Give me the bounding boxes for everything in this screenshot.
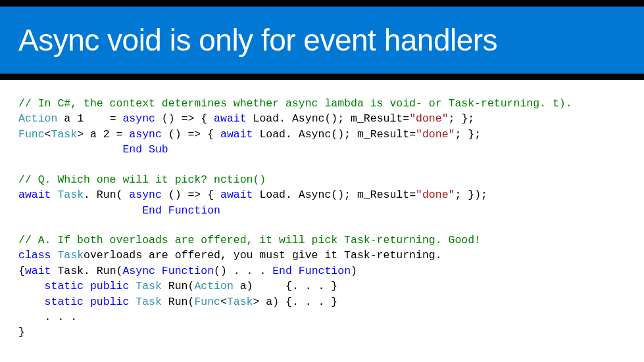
kw-async-u: Async (122, 265, 155, 277)
txt: < (45, 128, 51, 141)
kw-function: Function (162, 265, 214, 277)
kw-function: Function (299, 265, 351, 277)
kw-async: async (122, 112, 155, 125)
kw-end: End (122, 143, 142, 156)
txt: ; }; (455, 128, 481, 141)
type-action: Action (18, 112, 57, 125)
txt: ; }); (455, 189, 487, 201)
txt: () => { (155, 112, 214, 125)
kw-async: async (129, 128, 162, 141)
txt: Run( (162, 280, 195, 292)
kw-public: public (90, 296, 129, 308)
kw-end: End (272, 265, 292, 277)
kw-await: await (214, 112, 247, 125)
str-done: "done" (416, 128, 455, 141)
txt: ; }; (449, 112, 475, 125)
sp (142, 143, 149, 156)
sp (51, 249, 58, 261)
txt: > (253, 296, 260, 308)
txt: } (18, 326, 25, 338)
kw-await: await (220, 128, 253, 141)
txt: () => { (162, 128, 220, 141)
sp (292, 265, 299, 277)
type-action: Action (194, 280, 233, 292)
type-task: Task (51, 128, 78, 141)
txt: Load. Async(); m_Result= (253, 128, 416, 141)
kw-static: static (45, 280, 84, 292)
code-block-1: // In C#, the context determines whether… (18, 96, 626, 158)
txt: Load. Async(); m_Result= (253, 189, 416, 201)
kw-async: async (129, 189, 162, 201)
kw-await: await (18, 189, 51, 201)
txt: a) {. . . } (234, 280, 337, 292)
type-func: Func (18, 128, 45, 141)
sp (84, 280, 90, 292)
kw-class: class (18, 249, 51, 261)
kw-function: Function (168, 204, 220, 217)
kw-end: End (142, 204, 162, 217)
kw-static: static (45, 296, 84, 308)
pad (18, 143, 122, 156)
txt: Run( (162, 296, 195, 308)
code-block-3: // A. If both overloads are offered, it … (18, 233, 626, 340)
pad (18, 296, 45, 308)
type-task: Task (136, 280, 162, 292)
type-task: Task (227, 296, 253, 308)
comment: // In C#, the context determines whether… (18, 97, 572, 110)
txt: . Run( (84, 189, 129, 201)
txt: . . . (18, 311, 77, 323)
comment: // Q. Which one will it pick? nction() (18, 173, 266, 186)
txt: a) {. . . } (259, 296, 337, 308)
txt: () => { (162, 189, 220, 201)
slide-header: Async void is only for event handlers (0, 0, 644, 80)
str-done: "done" (416, 189, 455, 201)
kw-await: await (220, 189, 253, 201)
sp (84, 296, 90, 308)
type-task: Task (136, 296, 162, 308)
comment: // A. If both overloads are offered, it … (18, 234, 481, 246)
txt: Load. Async(); m_Result= (247, 112, 410, 125)
sp (155, 265, 162, 277)
sp (51, 189, 58, 201)
sp (129, 280, 136, 292)
kw-sub: Sub (149, 143, 168, 156)
txt: Task. Run( (51, 265, 123, 277)
type-task: Task (57, 249, 84, 261)
sp (129, 296, 136, 308)
txt: () . . . (214, 265, 272, 277)
txt: overloads are offered, you must give it … (84, 249, 442, 261)
txt: a 2 = (84, 128, 129, 141)
code-block-2: // Q. Which one will it pick? nction() a… (18, 172, 626, 218)
txt: { (18, 265, 25, 277)
slide-content: // In C#, the context determines whether… (0, 80, 644, 356)
kw-wait: wait (25, 265, 51, 277)
type-func: Func (194, 296, 220, 308)
type-task: Task (57, 189, 84, 201)
pad (18, 280, 45, 292)
kw-public: public (90, 280, 129, 292)
txt: ) (351, 265, 357, 277)
txt: > (77, 128, 84, 141)
pad (18, 204, 142, 217)
txt: a 1 = (57, 112, 122, 125)
str-done: "done" (409, 112, 448, 125)
slide-title: Async void is only for event handlers (18, 22, 497, 58)
txt: < (220, 296, 227, 308)
sp (162, 204, 168, 217)
